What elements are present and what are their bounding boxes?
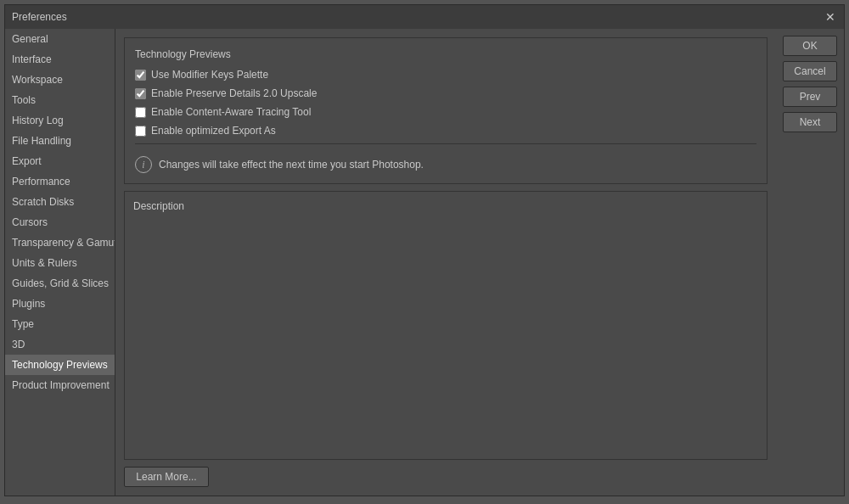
checkbox-modifier-keys[interactable] — [135, 70, 146, 81]
close-button[interactable]: ✕ — [824, 10, 837, 24]
checkbox-content-aware[interactable] — [135, 107, 146, 118]
label-optimized-export[interactable]: Enable optimized Export As — [151, 125, 276, 137]
divider — [135, 143, 756, 144]
technology-previews-panel: Technology Previews Use Modifier Keys Pa… — [124, 37, 767, 184]
info-text: Changes will take effect the next time y… — [159, 159, 424, 171]
learn-more-button[interactable]: Learn More... — [124, 467, 209, 487]
main-content: Technology Previews Use Modifier Keys Pa… — [115, 29, 776, 496]
info-icon: i — [135, 156, 152, 173]
title-bar: Preferences ✕ — [5, 5, 844, 29]
checkbox-row-content-aware: Enable Content-Aware Tracing Tool — [135, 106, 756, 118]
sidebar-item-product-improvement[interactable]: Product Improvement — [5, 375, 115, 395]
sidebar-item-plugins[interactable]: Plugins — [5, 294, 115, 314]
dialog-body: GeneralInterfaceWorkspaceToolsHistory Lo… — [5, 29, 844, 496]
checkbox-row-modifier-keys: Use Modifier Keys Palette — [135, 69, 756, 81]
description-title: Description — [133, 200, 758, 212]
sidebar-item-units-rulers[interactable]: Units & Rulers — [5, 253, 115, 273]
sidebar-item-3d[interactable]: 3D — [5, 334, 115, 355]
sidebar-item-type[interactable]: Type — [5, 314, 115, 334]
sidebar-item-tools[interactable]: Tools — [5, 90, 115, 110]
info-row: i Changes will take effect the next time… — [135, 153, 756, 173]
sidebar-item-guides-grid-slices[interactable]: Guides, Grid & Slices — [5, 273, 115, 294]
sidebar: GeneralInterfaceWorkspaceToolsHistory Lo… — [5, 29, 115, 496]
sidebar-item-export[interactable]: Export — [5, 151, 115, 171]
sidebar-item-technology-previews[interactable]: Technology Previews — [5, 355, 115, 375]
checkbox-preserve-details[interactable] — [135, 88, 146, 99]
sidebar-item-interface[interactable]: Interface — [5, 49, 115, 70]
cancel-button[interactable]: Cancel — [783, 61, 837, 81]
sidebar-item-general[interactable]: General — [5, 29, 115, 49]
checkbox-optimized-export[interactable] — [135, 126, 146, 137]
sidebar-item-cursors[interactable]: Cursors — [5, 212, 115, 232]
ok-button[interactable]: OK — [783, 36, 837, 56]
dialog-title: Preferences — [12, 11, 67, 23]
sidebar-item-performance[interactable]: Performance — [5, 171, 115, 192]
sidebar-item-scratch-disks[interactable]: Scratch Disks — [5, 192, 115, 212]
next-button[interactable]: Next — [783, 112, 837, 132]
sidebar-item-workspace[interactable]: Workspace — [5, 70, 115, 90]
right-buttons-panel: OK Cancel Prev Next — [776, 29, 844, 496]
sidebar-item-file-handling[interactable]: File Handling — [5, 131, 115, 151]
sidebar-item-transparency-gamut[interactable]: Transparency & Gamut — [5, 232, 115, 253]
prev-button[interactable]: Prev — [783, 87, 837, 107]
preferences-dialog: Preferences ✕ GeneralInterfaceWorkspaceT… — [4, 4, 845, 496]
label-content-aware[interactable]: Enable Content-Aware Tracing Tool — [151, 106, 311, 118]
description-panel: Description — [124, 191, 767, 460]
sidebar-item-history-log[interactable]: History Log — [5, 110, 115, 131]
label-preserve-details[interactable]: Enable Preserve Details 2.0 Upscale — [151, 87, 317, 99]
checkbox-row-preserve-details: Enable Preserve Details 2.0 Upscale — [135, 87, 756, 99]
label-modifier-keys[interactable]: Use Modifier Keys Palette — [151, 69, 268, 81]
checkbox-row-optimized-export: Enable optimized Export As — [135, 125, 756, 137]
section-title: Technology Previews — [135, 48, 756, 60]
